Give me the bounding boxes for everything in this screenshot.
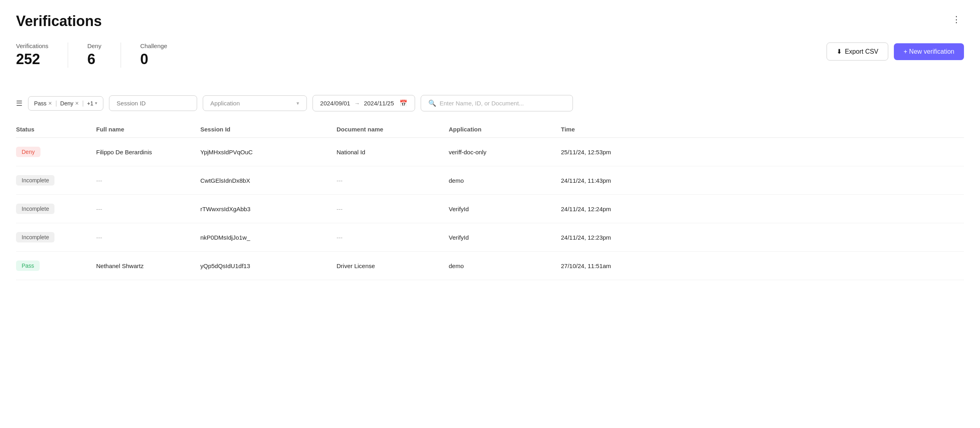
filter-tags-container[interactable]: Pass ✕ | Deny ✕ | +1 ▾ [28, 96, 103, 111]
col-status: Status [16, 126, 96, 133]
cell-document: Driver License [337, 262, 449, 269]
col-time: Time [561, 126, 964, 133]
cell-sessionid: YpjMHxsIdPVqOuC [200, 149, 337, 155]
tag-separator-1: | [55, 100, 57, 107]
date-from: 2024/09/01 [320, 100, 350, 107]
tag-more[interactable]: +1 ▾ [87, 100, 97, 107]
status-badge: Pass [16, 260, 40, 271]
cell-document: --- [337, 234, 449, 241]
verifications-label: Verifications [16, 42, 48, 49]
cell-time: 24/11/24, 12:23pm [561, 234, 964, 241]
challenge-value: 0 [140, 51, 167, 68]
filters-row: ☰ Pass ✕ | Deny ✕ | +1 ▾ Application ▾ 2… [16, 95, 964, 111]
application-chevron-icon: ▾ [296, 100, 299, 106]
cell-sessionid: CwtGElsIdnDx8bX [200, 177, 337, 184]
col-sessionid: Session Id [200, 126, 337, 133]
tag-deny[interactable]: Deny ✕ [60, 100, 79, 107]
col-application: Application [449, 126, 561, 133]
filter-icon[interactable]: ☰ [16, 99, 22, 108]
col-fullname: Full name [96, 126, 200, 133]
header-actions: ⬇ Export CSV + New verification [827, 42, 964, 61]
status-badge: Deny [16, 147, 40, 157]
cell-document: --- [337, 206, 449, 212]
tag-pass-close[interactable]: ✕ [48, 101, 52, 106]
cell-document: National Id [337, 149, 449, 155]
cell-time: 24/11/24, 12:24pm [561, 206, 964, 212]
cell-application: demo [449, 262, 561, 269]
cell-status: Pass [16, 260, 96, 271]
cell-time: 24/11/24, 11:43pm [561, 177, 964, 184]
calendar-icon[interactable]: 📅 [399, 99, 407, 107]
cell-fullname: --- [96, 177, 200, 184]
status-badge: Incomplete [16, 232, 54, 242]
new-verification-label: + New verification [903, 48, 954, 55]
cell-fullname: --- [96, 234, 200, 241]
date-to: 2024/11/25 [364, 100, 394, 107]
cell-sessionid: rTWwxrsIdXgAbb3 [200, 206, 337, 212]
table-row[interactable]: Incomplete --- nkP0DMsIdjJo1w_ --- Verif… [16, 223, 964, 252]
cell-application: veriff-doc-only [449, 149, 561, 155]
cell-fullname: --- [96, 206, 200, 212]
session-id-input[interactable] [109, 95, 197, 111]
verifications-table: Status Full name Session Id Document nam… [16, 126, 964, 280]
cell-document: --- [337, 177, 449, 184]
search-box[interactable]: 🔍 Enter Name, ID, or Document... [421, 95, 573, 111]
verifications-value: 252 [16, 51, 48, 68]
search-placeholder: Enter Name, ID, or Document... [440, 100, 524, 107]
chevron-down-icon: ▾ [95, 101, 97, 106]
challenge-label: Challenge [140, 42, 167, 49]
date-range-filter[interactable]: 2024/09/01 → 2024/11/25 📅 [313, 95, 415, 111]
col-document: Document name [337, 126, 449, 133]
stats-row: Verifications 252 Deny 6 Challenge 0 [16, 42, 206, 68]
date-arrow-icon: → [354, 100, 360, 107]
status-badge: Incomplete [16, 175, 54, 186]
table-header: Status Full name Session Id Document nam… [16, 126, 964, 138]
stat-deny: Deny 6 [87, 42, 121, 68]
table-row[interactable]: Deny Filippo De Berardinis YpjMHxsIdPVqO… [16, 138, 964, 166]
table-row[interactable]: Incomplete --- CwtGElsIdnDx8bX --- demo … [16, 166, 964, 195]
cell-application: VerifyId [449, 234, 561, 241]
tag-deny-label: Deny [60, 100, 73, 107]
export-csv-button[interactable]: ⬇ Export CSV [827, 42, 889, 61]
cell-fullname: Filippo De Berardinis [96, 149, 200, 155]
page-title: Verifications [16, 13, 102, 30]
application-placeholder: Application [210, 100, 240, 107]
download-icon: ⬇ [837, 48, 842, 55]
table-body: Deny Filippo De Berardinis YpjMHxsIdPVqO… [16, 138, 964, 280]
stat-challenge: Challenge 0 [140, 42, 187, 68]
search-icon: 🔍 [428, 99, 436, 107]
cell-application: demo [449, 177, 561, 184]
cell-status: Incomplete [16, 175, 96, 186]
application-dropdown[interactable]: Application ▾ [203, 95, 307, 111]
tag-pass-label: Pass [34, 100, 46, 107]
cell-status: Incomplete [16, 204, 96, 214]
cell-time: 25/11/24, 12:53pm [561, 149, 964, 155]
table-row[interactable]: Incomplete --- rTWwxrsIdXgAbb3 --- Verif… [16, 195, 964, 223]
export-label: Export CSV [845, 48, 879, 55]
tag-more-label: +1 [87, 100, 93, 107]
tag-deny-close[interactable]: ✕ [75, 101, 79, 106]
new-verification-button[interactable]: + New verification [894, 43, 964, 60]
cell-time: 27/10/24, 11:51am [561, 262, 964, 269]
cell-sessionid: nkP0DMsIdjJo1w_ [200, 234, 337, 241]
cell-application: VerifyId [449, 206, 561, 212]
cell-status: Incomplete [16, 232, 96, 242]
tag-separator-2: | [82, 100, 84, 107]
stat-verifications: Verifications 252 [16, 42, 68, 68]
cell-sessionid: yQp5dQsIdU1df13 [200, 262, 337, 269]
deny-label: Deny [87, 42, 101, 49]
deny-value: 6 [87, 51, 101, 68]
tag-pass[interactable]: Pass ✕ [34, 100, 52, 107]
table-row[interactable]: Pass Nethanel Shwartz yQp5dQsIdU1df13 Dr… [16, 252, 964, 280]
page-menu-icon[interactable]: ⋮ [949, 13, 964, 26]
cell-fullname: Nethanel Shwartz [96, 262, 200, 269]
status-badge: Incomplete [16, 204, 54, 214]
cell-status: Deny [16, 147, 96, 157]
